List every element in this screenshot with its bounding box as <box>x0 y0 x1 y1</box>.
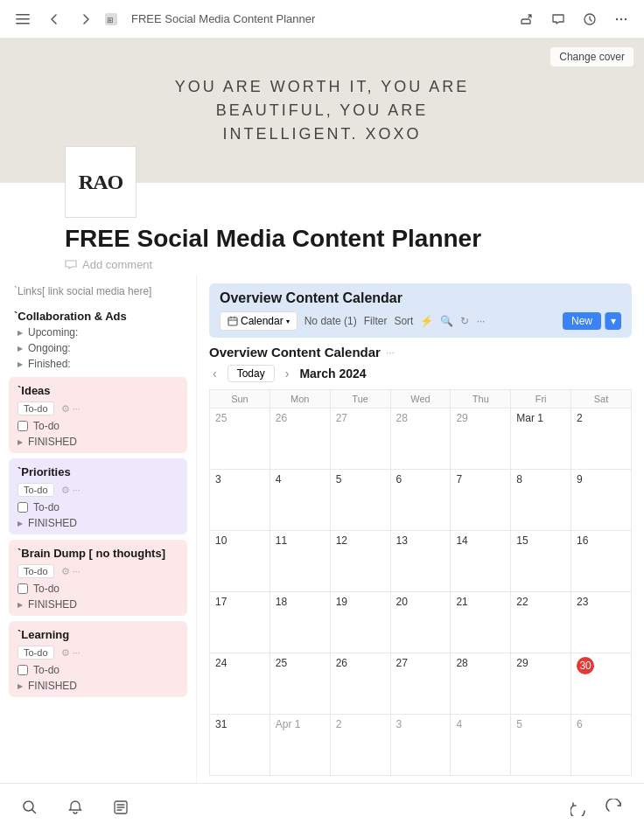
cal-cell[interactable]: 12 <box>330 531 390 592</box>
cal-cell[interactable]: 28 <box>390 409 451 470</box>
cal-cell[interactable]: 25 <box>210 409 270 470</box>
cal-cell[interactable]: 27 <box>330 409 390 470</box>
braindump-finished-toggle[interactable]: ▶ FINISHED <box>9 597 187 612</box>
cal-cell[interactable]: 14 <box>451 531 511 592</box>
ideas-finished-toggle[interactable]: ▶ FINISHED <box>9 434 187 450</box>
arrow-icon: ▶ <box>18 682 23 690</box>
edit-bottom-icon[interactable] <box>108 795 133 820</box>
cal-cell[interactable]: 3 <box>210 470 270 531</box>
cal-cell[interactable]: 10 <box>210 531 270 592</box>
cal-cell[interactable]: 29 <box>451 409 511 470</box>
ongoing-toggle[interactable]: ▶Ongoing: <box>9 340 187 356</box>
sync-icon[interactable]: ↻ <box>460 315 469 327</box>
search-bottom-icon[interactable] <box>18 795 42 820</box>
upcoming-toggle[interactable]: ▶Upcoming: <box>9 325 187 340</box>
change-cover-button[interactable]: Change cover <box>550 47 634 66</box>
cal-cell[interactable]: 5 <box>511 715 571 776</box>
share-icon[interactable] <box>514 7 539 31</box>
day-mon: Mon <box>270 390 330 409</box>
ideas-todo-button[interactable]: To-do <box>18 402 54 416</box>
learning-checkbox[interactable] <box>18 665 28 675</box>
logo-text: RAO <box>79 171 122 194</box>
cal-cell[interactable]: 25 <box>270 653 330 715</box>
cal-cell[interactable]: 20 <box>390 592 451 653</box>
cal-cell[interactable]: 2 <box>571 409 632 470</box>
calendar-grid: Sun Mon Tue Wed Thu Fri Sat 25 26 27 <box>209 389 632 776</box>
links-label[interactable]: `Links[ link social media here] <box>9 282 187 301</box>
cal-cell[interactable]: 9 <box>571 470 632 531</box>
comment-icon[interactable] <box>546 7 570 31</box>
todo-icons: ⚙ ··· <box>61 403 80 415</box>
forward-button[interactable] <box>74 7 98 31</box>
cal-cell[interactable]: 31 <box>210 715 270 776</box>
today-button[interactable]: Today <box>228 365 275 382</box>
cal-cell[interactable]: Apr 1 <box>270 715 330 776</box>
priorities-checkbox[interactable] <box>18 502 28 513</box>
cal-cell[interactable]: 13 <box>390 531 451 592</box>
learning-todo-button[interactable]: To-do <box>18 646 54 660</box>
ideas-checkbox[interactable] <box>18 421 28 431</box>
cal-cell[interactable]: 19 <box>330 592 390 653</box>
priorities-finished-label: FINISHED <box>28 517 77 529</box>
day-number: 14 <box>456 534 505 547</box>
cal-cell[interactable]: 5 <box>330 470 390 531</box>
cal-cell[interactable]: 22 <box>511 592 571 653</box>
new-button[interactable]: New <box>563 312 601 330</box>
cal-cell[interactable]: 7 <box>451 470 511 531</box>
cal-cell[interactable]: 6 <box>571 715 632 776</box>
finished-toggle[interactable]: ▶Finished: <box>9 356 187 372</box>
priorities-finished-toggle[interactable]: ▶ FINISHED <box>9 515 187 531</box>
bottom-bar <box>0 783 644 831</box>
redo-bottom-icon[interactable] <box>602 795 626 820</box>
cal-cell[interactable]: 15 <box>511 531 571 592</box>
cal-cell[interactable]: 17 <box>210 592 270 653</box>
cal-cell[interactable]: Mar 1 <box>511 409 571 470</box>
cal-cell[interactable]: 4 <box>451 715 511 776</box>
next-month-button[interactable]: › <box>282 365 293 382</box>
braindump-todo-row: To-do ⚙ ··· <box>9 562 187 581</box>
cal-cell[interactable]: 28 <box>451 653 511 715</box>
cal-cell-today[interactable]: 30 <box>571 653 632 715</box>
cal-cell[interactable]: 4 <box>270 470 330 531</box>
sort-label[interactable]: Sort <box>394 315 413 327</box>
menu-icon[interactable] <box>10 7 35 31</box>
more-small-icon: ··· <box>73 403 80 415</box>
cal-cell[interactable]: 2 <box>330 715 390 776</box>
day-number: 2 <box>577 412 626 424</box>
more-icon[interactable] <box>609 7 634 31</box>
cal-cell[interactable]: 23 <box>571 592 632 653</box>
learning-label: `Learning <box>9 625 187 643</box>
cal-cell[interactable]: 8 <box>511 470 571 531</box>
priorities-todo-button[interactable]: To-do <box>18 483 54 497</box>
cal-cell[interactable]: 24 <box>210 653 270 715</box>
cal-cell[interactable]: 26 <box>330 653 390 715</box>
back-button[interactable] <box>42 7 66 31</box>
comment-area[interactable]: Add comment <box>65 258 579 271</box>
cal-cell[interactable]: 16 <box>571 531 632 592</box>
day-fri: Fri <box>511 390 571 409</box>
cal-cell[interactable]: 21 <box>451 592 511 653</box>
calendar-options-icon[interactable]: ··· <box>386 346 395 359</box>
undo-bottom-icon[interactable] <box>567 795 592 820</box>
cal-cell[interactable]: 26 <box>270 409 330 470</box>
cal-cell[interactable]: 18 <box>270 592 330 653</box>
search-icon[interactable]: 🔍 <box>440 315 453 327</box>
week-row: 24 25 26 27 28 29 30 <box>210 653 632 715</box>
calendar-view-button[interactable]: Calendar ▾ <box>220 311 298 331</box>
ideas-checkbox-row: To-do <box>9 418 187 434</box>
braindump-todo-button[interactable]: To-do <box>18 564 54 578</box>
cal-cell[interactable]: 29 <box>511 653 571 715</box>
bell-bottom-icon[interactable] <box>63 795 88 820</box>
prev-month-button[interactable]: ‹ <box>209 365 220 382</box>
cal-cell[interactable]: 6 <box>390 470 451 531</box>
cal-cell[interactable]: 3 <box>390 715 451 776</box>
cal-cell[interactable]: 27 <box>390 653 451 715</box>
day-number: 9 <box>577 473 626 485</box>
filter-label[interactable]: Filter <box>364 315 388 327</box>
more-cal-icon[interactable]: ··· <box>476 315 485 327</box>
clock-icon[interactable] <box>578 7 602 31</box>
new-dropdown-button[interactable]: ▾ <box>605 312 621 330</box>
cal-cell[interactable]: 11 <box>270 531 330 592</box>
braindump-checkbox[interactable] <box>18 583 28 594</box>
learning-finished-toggle[interactable]: ▶ FINISHED <box>9 678 187 694</box>
